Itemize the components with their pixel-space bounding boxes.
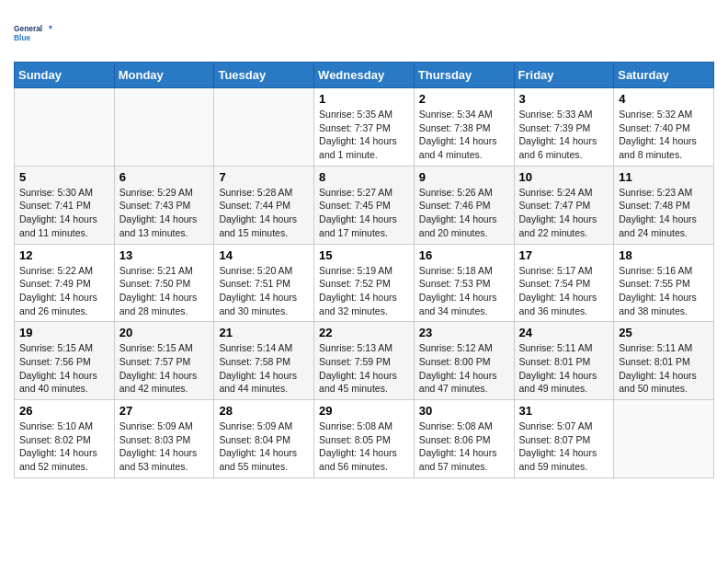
day-info: Sunrise: 5:12 AMSunset: 8:00 PMDaylight:… xyxy=(419,341,509,396)
calendar-day-header: Friday xyxy=(514,63,614,88)
day-info: Sunrise: 5:09 AMSunset: 8:04 PMDaylight:… xyxy=(219,419,309,474)
day-info: Sunrise: 5:07 AMSunset: 8:07 PMDaylight:… xyxy=(519,419,609,474)
calendar-day-header: Wednesday xyxy=(314,63,415,88)
calendar-day-cell: 8Sunrise: 5:27 AMSunset: 7:45 PMDaylight… xyxy=(314,166,415,244)
day-info: Sunrise: 5:30 AMSunset: 7:41 PMDaylight:… xyxy=(19,186,109,240)
day-info: Sunrise: 5:22 AMSunset: 7:49 PMDaylight:… xyxy=(19,264,109,318)
calendar-day-cell: 16Sunrise: 5:18 AMSunset: 7:53 PMDayligh… xyxy=(414,244,514,322)
day-info: Sunrise: 5:08 AMSunset: 8:06 PMDaylight:… xyxy=(419,419,509,474)
calendar-day-header: Tuesday xyxy=(214,63,314,88)
day-info: Sunrise: 5:21 AMSunset: 7:50 PMDaylight:… xyxy=(119,264,210,318)
svg-text:Blue: Blue xyxy=(14,33,30,42)
calendar-week-row: 5Sunrise: 5:30 AMSunset: 7:41 PMDaylight… xyxy=(15,166,714,244)
day-number: 17 xyxy=(519,248,609,262)
logo-svg: General Blue xyxy=(14,14,52,52)
day-number: 30 xyxy=(419,404,509,418)
day-number: 6 xyxy=(119,170,210,184)
day-info: Sunrise: 5:33 AMSunset: 7:39 PMDaylight:… xyxy=(519,108,609,162)
calendar-day-cell: 30Sunrise: 5:08 AMSunset: 8:06 PMDayligh… xyxy=(414,400,514,478)
day-info: Sunrise: 5:11 AMSunset: 8:01 PMDaylight:… xyxy=(519,341,609,396)
day-info: Sunrise: 5:35 AMSunset: 7:37 PMDaylight:… xyxy=(319,108,409,162)
calendar-week-row: 26Sunrise: 5:10 AMSunset: 8:02 PMDayligh… xyxy=(15,400,714,478)
day-info: Sunrise: 5:14 AMSunset: 7:58 PMDaylight:… xyxy=(219,341,309,396)
calendar-week-row: 1Sunrise: 5:35 AMSunset: 7:37 PMDaylight… xyxy=(15,88,714,167)
day-number: 18 xyxy=(619,248,709,262)
calendar-header: SundayMondayTuesdayWednesdayThursdayFrid… xyxy=(15,63,714,88)
day-number: 8 xyxy=(319,170,409,184)
day-number: 23 xyxy=(419,326,509,339)
calendar-day-cell: 17Sunrise: 5:17 AMSunset: 7:54 PMDayligh… xyxy=(514,244,614,322)
calendar-day-cell: 5Sunrise: 5:30 AMSunset: 7:41 PMDaylight… xyxy=(15,166,115,244)
day-info: Sunrise: 5:08 AMSunset: 8:05 PMDaylight:… xyxy=(319,419,409,474)
calendar-day-cell: 18Sunrise: 5:16 AMSunset: 7:55 PMDayligh… xyxy=(614,244,714,322)
day-number: 15 xyxy=(319,248,409,262)
logo: General Blue xyxy=(14,14,52,52)
calendar-day-cell: 31Sunrise: 5:07 AMSunset: 8:07 PMDayligh… xyxy=(514,400,614,478)
calendar-day-cell: 12Sunrise: 5:22 AMSunset: 7:49 PMDayligh… xyxy=(15,244,115,322)
calendar-day-cell: 14Sunrise: 5:20 AMSunset: 7:51 PMDayligh… xyxy=(214,244,314,322)
calendar-day-cell: 23Sunrise: 5:12 AMSunset: 8:00 PMDayligh… xyxy=(414,322,514,400)
day-number: 25 xyxy=(619,326,709,339)
day-number: 24 xyxy=(519,326,609,339)
day-number: 13 xyxy=(119,248,210,262)
day-number: 14 xyxy=(219,248,309,262)
calendar-day-cell: 4Sunrise: 5:32 AMSunset: 7:40 PMDaylight… xyxy=(614,88,714,167)
calendar-week-row: 19Sunrise: 5:15 AMSunset: 7:56 PMDayligh… xyxy=(15,322,714,400)
day-info: Sunrise: 5:13 AMSunset: 7:59 PMDaylight:… xyxy=(319,341,409,396)
calendar-day-cell: 28Sunrise: 5:09 AMSunset: 8:04 PMDayligh… xyxy=(214,400,314,478)
calendar-day-header: Sunday xyxy=(15,63,115,88)
day-number: 9 xyxy=(419,170,509,184)
day-info: Sunrise: 5:10 AMSunset: 8:02 PMDaylight:… xyxy=(19,419,109,474)
day-number: 20 xyxy=(119,326,210,339)
page-header: General Blue xyxy=(14,14,714,52)
day-info: Sunrise: 5:24 AMSunset: 7:47 PMDaylight:… xyxy=(519,186,609,240)
calendar-day-cell: 10Sunrise: 5:24 AMSunset: 7:47 PMDayligh… xyxy=(514,166,614,244)
calendar-day-cell: 27Sunrise: 5:09 AMSunset: 8:03 PMDayligh… xyxy=(114,400,214,478)
calendar-day-cell: 19Sunrise: 5:15 AMSunset: 7:56 PMDayligh… xyxy=(15,322,115,400)
day-number: 7 xyxy=(219,170,309,184)
day-number: 19 xyxy=(19,326,109,339)
calendar-day-header: Monday xyxy=(114,63,214,88)
day-info: Sunrise: 5:23 AMSunset: 7:48 PMDaylight:… xyxy=(619,186,709,240)
calendar-day-cell: 29Sunrise: 5:08 AMSunset: 8:05 PMDayligh… xyxy=(314,400,415,478)
calendar-day-cell: 2Sunrise: 5:34 AMSunset: 7:38 PMDaylight… xyxy=(414,88,514,167)
day-number: 16 xyxy=(419,248,509,262)
calendar-day-cell: 9Sunrise: 5:26 AMSunset: 7:46 PMDaylight… xyxy=(414,166,514,244)
day-number: 4 xyxy=(619,92,709,106)
day-info: Sunrise: 5:09 AMSunset: 8:03 PMDaylight:… xyxy=(119,419,210,474)
day-info: Sunrise: 5:18 AMSunset: 7:53 PMDaylight:… xyxy=(419,264,509,318)
day-info: Sunrise: 5:26 AMSunset: 7:46 PMDaylight:… xyxy=(419,186,509,240)
day-info: Sunrise: 5:29 AMSunset: 7:43 PMDaylight:… xyxy=(119,186,210,240)
day-info: Sunrise: 5:20 AMSunset: 7:51 PMDaylight:… xyxy=(219,264,309,318)
day-number: 10 xyxy=(519,170,609,184)
calendar-day-cell: 7Sunrise: 5:28 AMSunset: 7:44 PMDaylight… xyxy=(214,166,314,244)
calendar-day-header: Saturday xyxy=(614,63,714,88)
calendar-day-header: Thursday xyxy=(414,63,514,88)
day-info: Sunrise: 5:17 AMSunset: 7:54 PMDaylight:… xyxy=(519,264,609,318)
day-number: 31 xyxy=(519,404,609,418)
calendar-day-cell: 11Sunrise: 5:23 AMSunset: 7:48 PMDayligh… xyxy=(614,166,714,244)
day-number: 27 xyxy=(119,404,210,418)
calendar-day-cell: 22Sunrise: 5:13 AMSunset: 7:59 PMDayligh… xyxy=(314,322,415,400)
day-number: 1 xyxy=(319,92,409,106)
day-number: 2 xyxy=(419,92,509,106)
calendar-day-cell: 3Sunrise: 5:33 AMSunset: 7:39 PMDaylight… xyxy=(514,88,614,167)
calendar-week-row: 12Sunrise: 5:22 AMSunset: 7:49 PMDayligh… xyxy=(15,244,714,322)
calendar-day-cell: 24Sunrise: 5:11 AMSunset: 8:01 PMDayligh… xyxy=(514,322,614,400)
day-info: Sunrise: 5:32 AMSunset: 7:40 PMDaylight:… xyxy=(619,108,709,162)
calendar-day-cell: 25Sunrise: 5:11 AMSunset: 8:01 PMDayligh… xyxy=(614,322,714,400)
svg-text:General: General xyxy=(14,24,42,33)
calendar-day-cell xyxy=(15,88,115,167)
calendar-day-cell: 26Sunrise: 5:10 AMSunset: 8:02 PMDayligh… xyxy=(15,400,115,478)
day-number: 11 xyxy=(619,170,709,184)
day-number: 26 xyxy=(19,404,109,418)
day-number: 28 xyxy=(219,404,309,418)
calendar-day-cell: 20Sunrise: 5:15 AMSunset: 7:57 PMDayligh… xyxy=(114,322,214,400)
day-number: 29 xyxy=(319,404,409,418)
day-info: Sunrise: 5:19 AMSunset: 7:52 PMDaylight:… xyxy=(319,264,409,318)
day-number: 5 xyxy=(19,170,109,184)
calendar-day-cell: 15Sunrise: 5:19 AMSunset: 7:52 PMDayligh… xyxy=(314,244,415,322)
day-info: Sunrise: 5:15 AMSunset: 7:56 PMDaylight:… xyxy=(19,341,109,396)
day-number: 3 xyxy=(519,92,609,106)
calendar-day-cell xyxy=(214,88,314,167)
